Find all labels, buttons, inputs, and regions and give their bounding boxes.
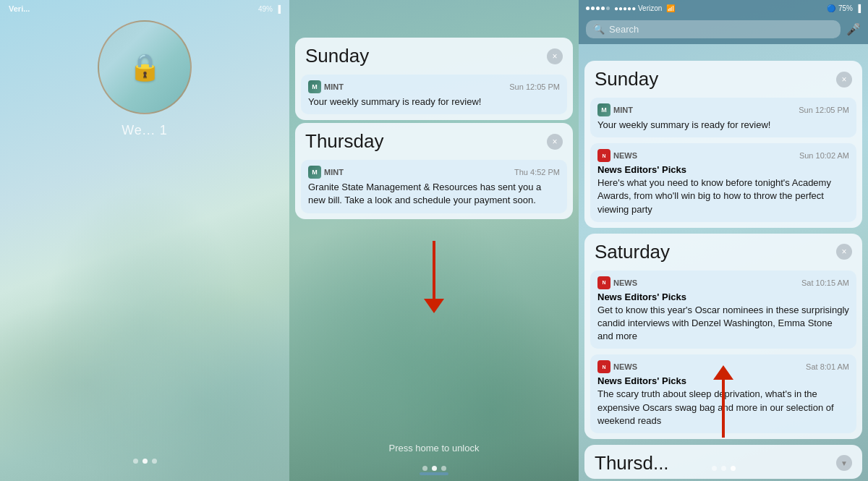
signal-dot-3 — [596, 7, 600, 10]
close-icon: × — [552, 51, 557, 61]
mint-sunday-time: Sun 12:05 PM — [509, 82, 560, 91]
mint-sunday-card[interactable]: M MINT Sun 12:05 PM Your weekly summary … — [301, 75, 567, 114]
lockscreen-page-dots — [0, 459, 289, 464]
arrow-up-shaft — [722, 380, 725, 438]
search-mint-name: M MINT — [597, 103, 633, 116]
search-battery: 75% — [838, 4, 853, 12]
lock-date-area: We... 1 — [0, 123, 289, 138]
search-mint-card-header: M MINT Sun 12:05 PM — [597, 103, 849, 116]
search-sunday-close[interactable]: × — [836, 72, 852, 88]
search-news-sat1-header: N NEWS Sat 10:15 AM — [597, 276, 849, 289]
news-icon-s1: N — [597, 149, 610, 162]
search-news-sat2-time: Sat 8:01 AM — [806, 362, 849, 371]
search-news-sat1-card[interactable]: N NEWS Sat 10:15 AM News Editors' Picks … — [590, 271, 856, 349]
search-dot-2 — [721, 466, 726, 471]
search-input-container[interactable]: 🔍 Search — [586, 20, 841, 38]
sunday-section: Sunday × M MINT Sun 12:05 PM Your weekly… — [295, 38, 573, 120]
search-page-dots — [579, 466, 868, 471]
search-news-sun-header: N NEWS Sun 10:02 AM — [597, 149, 849, 162]
mint-icon: M — [308, 80, 321, 93]
lockscreen-panel: Veri... 49% ▐ 🔒 We... 1 — [0, 0, 289, 481]
news-sat1-title: News Editors' Picks — [597, 291, 849, 302]
search-sunday-header: Sunday × — [584, 61, 862, 95]
search-magnifier-icon: 🔍 — [593, 24, 605, 35]
mint-thursday-card-header: M MINT Thu 4:52 PM — [308, 166, 560, 179]
search-mint-message: Your weekly summary is ready for review! — [597, 119, 849, 132]
week-number-text: 1 — [160, 123, 168, 137]
search-thursday-section: Thursd... ▼ — [584, 445, 862, 479]
dot-3 — [152, 459, 157, 464]
lockscreen-status-bar: Veri... 49% ▐ — [0, 0, 289, 17]
search-dot-3 — [731, 466, 736, 471]
arrow-up — [713, 365, 733, 438]
search-news-sat2-name: N NEWS — [597, 360, 637, 373]
mint-label-s: MINT — [613, 106, 633, 114]
mint-app-name: M MINT — [308, 80, 344, 93]
carrier-label: Veri... — [9, 4, 258, 13]
microphone-icon[interactable]: 🎤 — [846, 22, 861, 36]
search-mint-sunday-card[interactable]: M MINT Sun 12:05 PM Your weekly summary … — [590, 98, 856, 137]
battery-text: 49% — [258, 5, 273, 13]
sunday-close-button[interactable]: × — [547, 48, 563, 64]
bluetooth-icon: 🔵 — [827, 4, 835, 12]
battery-icon: ▐ — [276, 5, 281, 13]
search-thursday-header: Thursd... ▼ — [584, 445, 862, 479]
news-label-s1: NEWS — [613, 151, 637, 160]
mint-thursday-card[interactable]: M MINT Thu 4:52 PM Granite State Managem… — [301, 160, 567, 213]
sunday-label: Sunday — [305, 45, 369, 67]
search-panel: ●●●●● Verizon 📶 🔵 75% ▐ 🔍 Search 🎤 Sunda… — [579, 0, 868, 481]
search-sunday-section: Sunday × M MINT Sun 12:05 PM Your weekly… — [584, 61, 862, 228]
search-news-sun-time: Sun 10:02 AM — [799, 151, 849, 160]
arrow-head — [424, 299, 444, 313]
scroll-indicator — [420, 472, 448, 475]
search-status-right: 🔵 75% ▐ — [827, 4, 861, 12]
mint-icon-s: M — [597, 103, 610, 116]
notifications-page-dots — [289, 466, 579, 471]
signal-dot-5 — [606, 7, 610, 10]
news-sun-title: News Editors' Picks — [597, 164, 849, 175]
carrier-text: ●●●●● Verizon — [614, 4, 662, 12]
press-home-text: Press home to unlock — [388, 443, 479, 454]
signal-dot-4 — [601, 7, 605, 10]
search-news-sunday-card[interactable]: N NEWS Sun 10:02 AM News Editors' Picks … — [590, 143, 856, 222]
arrow-up-head — [713, 365, 733, 380]
lock-week-label: We... 1 — [0, 123, 289, 138]
thursday-section: Thursday × M MINT Thu 4:52 PM Granite St… — [295, 123, 573, 218]
close-icon-s1: × — [841, 75, 846, 85]
search-mint-time: Sun 12:05 PM — [799, 106, 849, 114]
search-news-sun-name: N NEWS — [597, 149, 637, 162]
mint-thu-app-name: M MINT — [308, 166, 344, 179]
search-saturday-label: Saturday — [595, 241, 670, 263]
arrow-down — [424, 241, 444, 313]
battery-label: 49% ▐ — [258, 5, 281, 13]
search-dot-1 — [712, 466, 717, 471]
search-saturday-close[interactable]: × — [836, 244, 852, 260]
notif-dot-1 — [422, 466, 427, 471]
thursday-close-button[interactable]: × — [547, 134, 563, 150]
close-icon-2: × — [552, 137, 557, 147]
mint-icon-2: M — [308, 166, 321, 179]
news-icon-s3: N — [597, 360, 610, 373]
mint-thursday-message: Granite State Management & Resources has… — [308, 181, 560, 207]
mint-thursday-time: Thu 4:52 PM — [514, 168, 560, 176]
week-label-text: We... — [122, 123, 156, 137]
close-icon-s2: × — [841, 247, 846, 257]
search-thursday-label: Thursd... — [595, 452, 669, 474]
mint-sunday-message: Your weekly summary is ready for review! — [308, 95, 560, 108]
lock-circle[interactable]: 🔒 — [98, 20, 192, 114]
news-icon-s2: N — [597, 276, 610, 289]
news-label-s2: NEWS — [613, 278, 637, 287]
search-status-left: ●●●●● Verizon 📶 — [586, 4, 675, 12]
sunday-header: Sunday × — [295, 38, 573, 72]
thursday-header: Thursday × — [295, 123, 573, 157]
thursday-label: Thursday — [305, 130, 383, 153]
mint-label: MINT — [324, 82, 344, 91]
press-home-label: Press home to unlock — [289, 443, 579, 454]
wifi-icon: 📶 — [666, 4, 675, 12]
search-saturday-header: Saturday × — [584, 234, 862, 268]
search-news-sat1-time: Sat 10:15 AM — [801, 278, 849, 287]
notif-dot-2 — [432, 466, 437, 471]
search-bar-area: 🔍 Search 🎤 — [579, 16, 868, 44]
arrow-shaft — [433, 241, 435, 299]
signal-dot-1 — [586, 7, 590, 10]
